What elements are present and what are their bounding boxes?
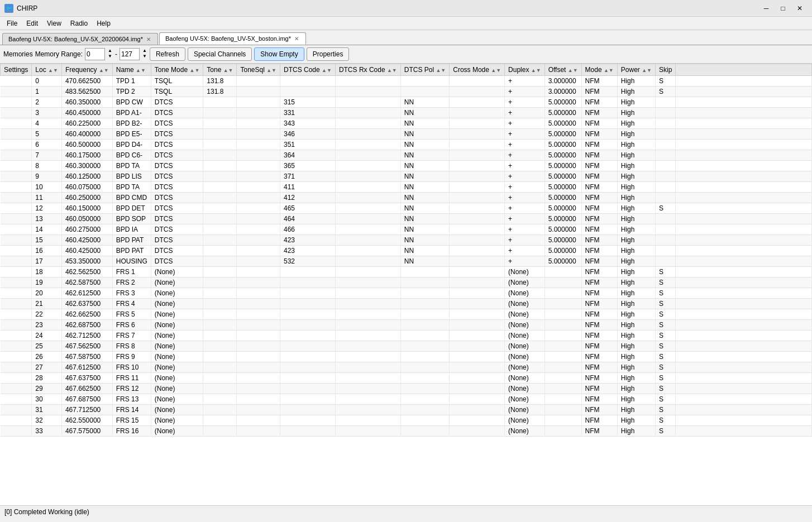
cell-12: [544, 384, 581, 394]
col-header-power[interactable]: Power ▲▼: [617, 64, 655, 76]
table-row[interactable]: 5460.400000BPD E5-DTCS346NN+5.000000NFMH…: [1, 129, 812, 140]
table-row[interactable]: 26467.587500FRS 9(None)(None)NFMHighS: [1, 352, 812, 362]
table-row[interactable]: 11460.250000BPD CMDDTCS412NN+5.000000NFM…: [1, 193, 812, 203]
table-row[interactable]: 0470.662500TPD 1TSQL131.8+3.000000NFMHig…: [1, 76, 812, 87]
col-header-dtcs-code[interactable]: DTCS Code ▲▼: [280, 64, 336, 76]
cell-4: DTCS: [151, 108, 203, 118]
menu-item-view[interactable]: View: [42, 18, 66, 28]
col-header-frequency[interactable]: Frequency ▲▼: [61, 64, 112, 76]
table-row[interactable]: 22462.662500FRS 5(None)(None)NFMHighS: [1, 309, 812, 320]
cell-16: [676, 309, 812, 320]
cell-15: S: [655, 203, 675, 214]
table-row[interactable]: 13460.050000BPD SOPDTCS464NN+5.000000NFM…: [1, 214, 812, 224]
menu-item-edit[interactable]: Edit: [22, 18, 42, 28]
cell-16: [676, 214, 812, 224]
col-header-offset[interactable]: Offset ▲▼: [544, 64, 581, 76]
table-row[interactable]: 31467.712500FRS 14(None)(None)NFMHighS: [1, 405, 812, 415]
table-row[interactable]: 16460.425000BPD PATDTCS423NN+5.000000NFM…: [1, 246, 812, 256]
col-header-settings[interactable]: Settings: [1, 64, 32, 76]
col-header-mode[interactable]: Mode ▲▼: [581, 64, 617, 76]
col-header-skip[interactable]: Skip: [655, 64, 675, 76]
cell-4: DTCS: [151, 182, 203, 193]
cell-4: (None): [151, 394, 203, 405]
table-row[interactable]: 15460.425000BPD PATDTCS423NN+5.000000NFM…: [1, 235, 812, 246]
cell-5: [203, 256, 237, 267]
table-row[interactable]: 33467.575000FRS 16(None)(None)NFMHighS: [1, 426, 812, 437]
range-start-input[interactable]: [85, 48, 105, 60]
table-container[interactable]: Settings Loc ▲▼ Frequency ▲▼ Name ▲▼ Ton…: [0, 64, 812, 505]
cell-15: [655, 256, 675, 267]
tab-0[interactable]: Baofeng UV-5X: Baofeng_UV-5X_20200604.im…: [2, 33, 158, 45]
col-header-tonesql[interactable]: ToneSql ▲▼: [237, 64, 280, 76]
table-row[interactable]: 17453.350000HOUSINGDTCS532NN+5.000000NFM…: [1, 256, 812, 267]
show-empty-button[interactable]: Show Empty: [254, 47, 304, 61]
cell-16: [676, 299, 812, 309]
table-row[interactable]: 6460.500000BPD D4-DTCS351NN+5.000000NFMH…: [1, 140, 812, 150]
col-header-duplex[interactable]: Duplex ▲▼: [505, 64, 545, 76]
table-row[interactable]: 21462.637500FRS 4(None)(None)NFMHighS: [1, 299, 812, 309]
minimize-button[interactable]: ─: [758, 2, 774, 15]
cell-0: [1, 193, 32, 203]
col-header-tone[interactable]: Tone ▲▼: [203, 64, 237, 76]
properties-button[interactable]: Properties: [307, 47, 350, 61]
menu-item-file[interactable]: File: [2, 18, 22, 28]
table-row[interactable]: 24462.712500FRS 7(None)(None)NFMHighS: [1, 331, 812, 341]
cell-3: BPD IA: [112, 224, 151, 235]
col-header-name[interactable]: Name ▲▼: [112, 64, 151, 76]
close-button[interactable]: ✕: [792, 2, 808, 15]
table-row[interactable]: 8460.300000BPD TADTCS365NN+5.000000NFMHi…: [1, 161, 812, 171]
cell-13: NFM: [581, 341, 617, 352]
table-row[interactable]: 23462.687500FRS 6(None)(None)NFMHighS: [1, 320, 812, 331]
cell-6: [237, 277, 280, 288]
range-spinner-down[interactable]: ▼: [107, 54, 113, 59]
special-channels-button[interactable]: Special Channels: [188, 47, 252, 61]
table-row[interactable]: 14460.275000BPD IADTCS466NN+5.000000NFMH…: [1, 224, 812, 235]
cell-8: [335, 108, 400, 118]
tab-close-1[interactable]: ✕: [293, 36, 300, 42]
table-row[interactable]: 1483.562500TPD 2TSQL131.8+3.000000NFMHig…: [1, 87, 812, 97]
table-row[interactable]: 19462.587500FRS 2(None)(None)NFMHighS: [1, 277, 812, 288]
cell-5: [203, 384, 237, 394]
col-header-dtcs-pol[interactable]: DTCS Pol ▲▼: [400, 64, 450, 76]
menu-item-radio[interactable]: Radio: [66, 18, 92, 28]
table-row[interactable]: 2460.350000BPD CWDTCS315NN+5.000000NFMHi…: [1, 97, 812, 108]
table-row[interactable]: 25467.562500FRS 8(None)(None)NFMHighS: [1, 341, 812, 352]
cell-11: +: [505, 193, 545, 203]
menu-item-help[interactable]: Help: [92, 18, 115, 28]
table-row[interactable]: 20462.612500FRS 3(None)(None)NFMHighS: [1, 288, 812, 299]
tab-1[interactable]: Baofeng UV-5X: Baofeng_UV-5X_boston.img*…: [159, 32, 306, 45]
table-row[interactable]: 18462.562500FRS 1(None)(None)NFMHighS: [1, 267, 812, 277]
table-row[interactable]: 27467.612500FRS 10(None)(None)NFMHighS: [1, 362, 812, 373]
range-spinner-up[interactable]: ▲: [107, 48, 113, 54]
table-row[interactable]: 9460.125000BPD LISDTCS371NN+5.000000NFMH…: [1, 171, 812, 182]
col-header-tone-mode[interactable]: Tone Mode ▲▼: [151, 64, 203, 76]
col-header-loc[interactable]: Loc ▲▼: [32, 64, 62, 76]
tab-close-0[interactable]: ✕: [145, 36, 152, 42]
maximize-button[interactable]: □: [775, 2, 791, 15]
cell-10: [450, 193, 505, 203]
table-row[interactable]: 12460.150000BPD DETDTCS465NN+5.000000NFM…: [1, 203, 812, 214]
table-row[interactable]: 10460.075000BPD TADTCS411NN+5.000000NFMH…: [1, 182, 812, 193]
col-header-dtcs-rx-code[interactable]: DTCS Rx Code ▲▼: [335, 64, 400, 76]
table-row[interactable]: 29467.662500FRS 12(None)(None)NFMHighS: [1, 384, 812, 394]
table-row[interactable]: 3460.450000BPD A1-DTCS331NN+5.000000NFMH…: [1, 108, 812, 118]
col-header-cross-mode[interactable]: Cross Mode ▲▼: [450, 64, 505, 76]
cell-15: S: [655, 288, 675, 299]
cell-14: High: [617, 256, 655, 267]
range-end-spinner-up[interactable]: ▲: [142, 48, 147, 54]
table-row[interactable]: 28467.637500FRS 11(None)(None)NFMHighS: [1, 373, 812, 384]
table-row[interactable]: 32462.550000FRS 15(None)(None)NFMHighS: [1, 415, 812, 426]
cell-15: [655, 182, 675, 193]
cell-6: [237, 108, 280, 118]
range-end-spinner-down[interactable]: ▼: [142, 54, 147, 59]
table-row[interactable]: 30467.687500FRS 13(None)(None)NFMHighS: [1, 394, 812, 405]
cell-9: [400, 288, 450, 299]
table-row[interactable]: 4460.225000BPD B2-DTCS343NN+5.000000NFMH…: [1, 118, 812, 129]
table-row[interactable]: 7460.175000BPD C6-DTCS364NN+5.000000NFMH…: [1, 150, 812, 161]
cell-1: 31: [32, 405, 62, 415]
range-end-input[interactable]: [120, 48, 140, 60]
refresh-button[interactable]: Refresh: [150, 47, 185, 61]
cell-1: 3: [32, 108, 62, 118]
cell-3: FRS 1: [112, 267, 151, 277]
cell-6: [237, 394, 280, 405]
